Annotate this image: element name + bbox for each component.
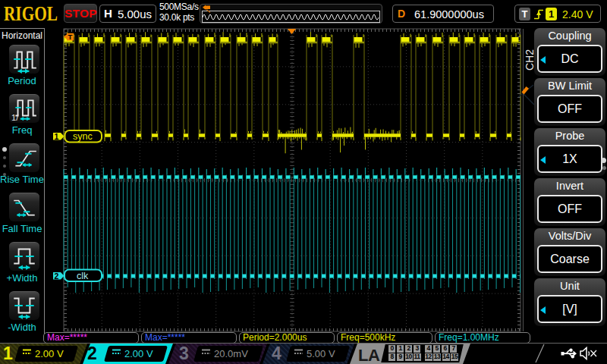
svg-text:T: T: [68, 33, 73, 41]
svg-text:clk: clk: [77, 271, 89, 281]
svg-text:sync: sync: [73, 131, 93, 142]
svg-text:2: 2: [55, 271, 59, 281]
svg-text:1: 1: [55, 132, 59, 141]
